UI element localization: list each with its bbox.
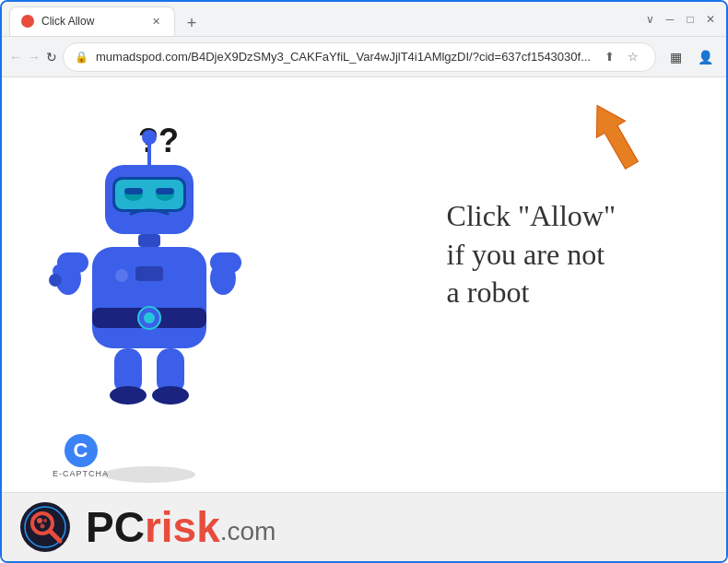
- page-content: ??: [2, 77, 726, 561]
- profile-button[interactable]: 👤: [691, 43, 719, 71]
- tab-favicon: [21, 15, 34, 28]
- robot-shadow: [103, 466, 195, 483]
- pcrisk-pc: PC: [86, 502, 145, 552]
- caption-line2: if you are not: [447, 236, 616, 275]
- lock-icon: 🔒: [75, 51, 88, 64]
- pcrisk-watermark: PCrisk.com: [2, 492, 726, 561]
- pcrisk-logo-text: PCrisk.com: [86, 502, 276, 552]
- svg-point-2: [142, 130, 157, 145]
- tab-title: Click Allow: [41, 15, 141, 28]
- pcrisk-risk: risk: [145, 502, 220, 552]
- svg-point-25: [115, 269, 128, 282]
- minimize-button2[interactable]: ─: [662, 11, 678, 28]
- bookmark-icon-btn[interactable]: ☆: [622, 46, 644, 68]
- svg-point-31: [37, 518, 42, 523]
- svg-marker-0: [582, 97, 646, 173]
- caption-line1: Click "Allow": [447, 197, 616, 236]
- svg-point-20: [210, 262, 236, 295]
- refresh-button[interactable]: ↻: [46, 43, 57, 71]
- svg-point-14: [144, 312, 155, 323]
- share-icon-btn[interactable]: ⬆: [598, 46, 620, 68]
- ecaptcha-icon: C: [65, 434, 98, 467]
- maximize-button[interactable]: □: [682, 11, 699, 28]
- tab-close-button[interactable]: ✕: [148, 14, 163, 29]
- svg-point-33: [41, 523, 45, 528]
- minimize-button[interactable]: ∨: [641, 11, 658, 28]
- menu-button[interactable]: ⋮: [721, 43, 728, 71]
- address-bar[interactable]: 🔒 mumadspod.com/B4DjeX9DzSMy3_CAKFaYfiL_…: [63, 42, 656, 72]
- toolbar-right: ▦ 👤 ⋮: [662, 43, 728, 71]
- close-button[interactable]: ✕: [702, 11, 719, 28]
- title-bar: Click Allow ✕ + ∨ ─ □ ✕: [2, 2, 726, 37]
- svg-rect-8: [124, 188, 143, 194]
- ecaptcha-label: E-CAPTCHA: [53, 469, 109, 478]
- new-tab-button[interactable]: +: [179, 10, 205, 36]
- ecaptcha-logo: C E-CAPTCHA: [53, 434, 109, 478]
- active-tab[interactable]: Click Allow ✕: [9, 6, 175, 36]
- caption-text: Click "Allow" if you are not a robot: [447, 197, 616, 312]
- svg-point-18: [49, 274, 62, 287]
- address-actions: ⬆ ☆: [598, 46, 644, 68]
- svg-rect-10: [138, 234, 160, 247]
- svg-point-32: [43, 519, 47, 522]
- browser-window: Click Allow ✕ + ∨ ─ □ ✕ ← → ↻ 🔒 mumadspo…: [0, 0, 728, 563]
- pcrisk-dotcom: .com: [220, 517, 276, 546]
- svg-point-24: [152, 386, 189, 405]
- window-controls: ∨ ─ □ ✕: [641, 11, 719, 28]
- url-text: mumadspod.com/B4DjeX9DzSMy3_CAKFaYfiL_Va…: [96, 50, 591, 64]
- svg-point-22: [110, 386, 147, 405]
- back-button[interactable]: ←: [9, 43, 22, 71]
- svg-rect-11: [92, 247, 206, 348]
- svg-rect-26: [135, 266, 163, 281]
- svg-rect-9: [156, 188, 174, 194]
- tab-strip: Click Allow ✕ +: [9, 2, 634, 36]
- robot-illustration: [39, 114, 260, 446]
- toolbar: ← → ↻ 🔒 mumadspod.com/B4DjeX9DzSMy3_CAKF…: [2, 37, 726, 77]
- forward-button[interactable]: →: [28, 43, 41, 71]
- caption-line3: a robot: [447, 274, 616, 312]
- sidebar-button[interactable]: ▦: [662, 43, 689, 71]
- pcrisk-logo-icon: [20, 502, 71, 553]
